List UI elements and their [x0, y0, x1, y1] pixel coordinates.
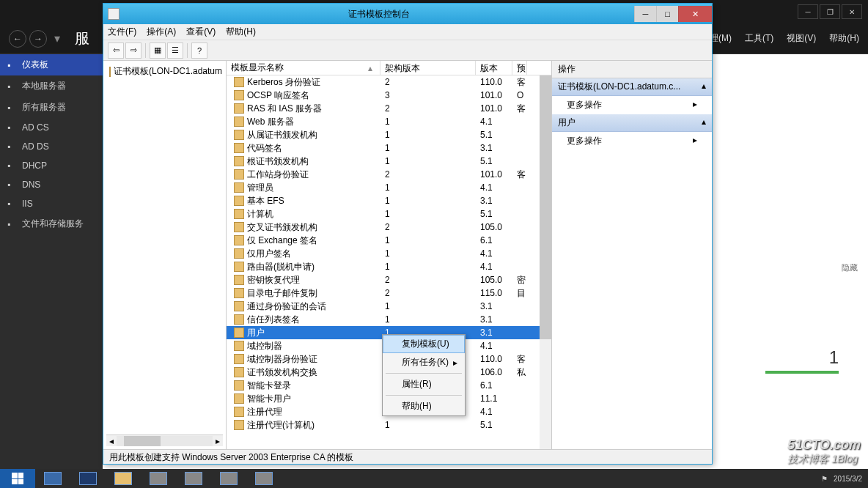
taskbar-explorer[interactable]	[106, 469, 141, 488]
sidebar-item[interactable]: ▪所有服务器	[0, 97, 103, 118]
tree-node-cert-templates[interactable]: 证书模板(LON-DC1.adatum.cc	[106, 64, 223, 79]
tool-folder-icon[interactable]: ▦	[150, 42, 166, 59]
template-arch: 2	[380, 222, 476, 232]
mmc-max-button[interactable]: □	[656, 6, 678, 22]
template-icon	[234, 143, 244, 153]
tool-help-icon[interactable]: ?	[191, 42, 207, 59]
sidebar-item[interactable]: ▪DNS	[0, 175, 103, 194]
sidebar-item[interactable]: ▪IIS	[0, 194, 103, 213]
template-row[interactable]: Kerberos 身份验证2110.0客	[227, 75, 551, 89]
bg-min-button[interactable]: ─	[798, 4, 818, 19]
template-row[interactable]: 信任列表签名13.1	[227, 313, 551, 326]
tray-date: 2015/3/2	[834, 475, 862, 483]
mmc-close-button[interactable]: ✕	[678, 6, 712, 22]
col-arch[interactable]: 架构版本	[380, 61, 476, 75]
system-tray[interactable]: ⚑ 2015/3/2	[815, 469, 868, 488]
template-row[interactable]: 注册代理(计算机)15.1	[227, 418, 551, 432]
template-name: 路由器(脱机申请)	[247, 261, 315, 273]
sidebar-label: DNS	[22, 180, 40, 190]
template-row[interactable]: 根证书颁发机构15.1	[227, 155, 551, 168]
taskbar-app3[interactable]	[211, 469, 246, 488]
template-row[interactable]: 仅用户签名14.1	[227, 247, 551, 260]
ctx-duplicate-template[interactable]: 复制模板(U)	[383, 335, 465, 353]
template-row[interactable]: 交叉证书颁发机构2105.0	[227, 221, 551, 234]
taskbar: ⚑ 2015/3/2	[0, 469, 868, 488]
template-row[interactable]: 密钥恢复代理2105.0密	[227, 273, 551, 286]
sidebar-item[interactable]: ▪文件和存储服务	[0, 213, 103, 234]
template-row[interactable]: 工作站身份验证2101.0客	[227, 168, 551, 181]
template-ver: 6.1	[476, 380, 512, 391]
start-button[interactable]	[0, 469, 35, 488]
taskbar-app1[interactable]	[141, 469, 176, 488]
tree-hscroll[interactable]: ◂ ▸	[106, 435, 223, 446]
template-row[interactable]: 管理员14.1	[227, 181, 551, 194]
list-vscroll[interactable]	[540, 75, 551, 449]
ctx-properties[interactable]: 属性(R)	[383, 375, 465, 393]
template-icon	[234, 275, 244, 285]
actions-section-templates[interactable]: 证书模板(LON-DC1.adatum.c...▴	[552, 78, 712, 96]
sidebar-item[interactable]: ▪仪表板	[0, 54, 103, 75]
bg-menu-help[interactable]: 帮助(H)	[829, 32, 859, 45]
actions-more-1[interactable]: 更多操作▸	[552, 96, 712, 114]
arrow-right-icon: ▸	[693, 99, 697, 111]
hide-label[interactable]: 隐藏	[842, 262, 858, 273]
ctx-all-tasks[interactable]: 所有任务(K)▸	[383, 353, 465, 371]
template-icon	[234, 367, 244, 377]
template-row[interactable]: 计算机15.1	[227, 207, 551, 221]
mmc-menu-view[interactable]: 查看(V)	[186, 26, 216, 38]
template-row[interactable]: 路由器(脱机申请)14.1	[227, 260, 551, 273]
template-arch: 2	[380, 275, 476, 285]
template-name: 目录电子邮件复制	[247, 287, 317, 300]
sidebar-item[interactable]: ▪AD DS	[0, 137, 103, 156]
template-row[interactable]: 从属证书颁发机构15.1	[227, 128, 551, 141]
template-row[interactable]: 仅 Exchange 签名16.1	[227, 234, 551, 247]
bg-menu-tools[interactable]: 工具(T)	[745, 32, 773, 45]
tool-fwd-icon[interactable]: ⇨	[125, 42, 141, 59]
template-ver: 4.1	[476, 248, 512, 259]
template-row[interactable]: RAS 和 IAS 服务器2101.0客	[227, 102, 551, 115]
bg-close-button[interactable]: ✕	[842, 4, 862, 19]
mmc-statusbar: 用此模板创建支持 Windows Server 2003 Enterprise …	[103, 449, 712, 464]
list-header[interactable]: 模板显示名称▴ 架构版本 版本 预	[227, 61, 551, 75]
sidebar-item[interactable]: ▪DHCP	[0, 156, 103, 175]
actions-pane: 操作 证书模板(LON-DC1.adatum.c...▴ 更多操作▸ 用户▴ 更…	[552, 61, 712, 449]
tray-flag-icon[interactable]: ⚑	[821, 475, 828, 483]
sidebar-item[interactable]: ▪本地服务器	[0, 75, 103, 97]
collapse-icon: ▴	[702, 81, 706, 93]
cert-icon	[109, 67, 111, 77]
template-row[interactable]: 基本 EFS13.1	[227, 194, 551, 207]
template-row[interactable]: 目录电子邮件复制2115.0目	[227, 286, 551, 300]
taskbar-app2[interactable]	[176, 469, 211, 488]
mmc-tree[interactable]: 证书模板(LON-DC1.adatum.cc ◂ ▸	[103, 61, 227, 449]
bg-menu-view[interactable]: 视图(V)	[787, 32, 816, 45]
col-name[interactable]: 模板显示名称▴	[227, 61, 380, 75]
mmc-menu-action[interactable]: 操作(A)	[147, 26, 176, 38]
taskbar-app4[interactable]	[246, 469, 282, 488]
template-arch: 1	[380, 209, 476, 219]
mmc-titlebar[interactable]: 证书模板控制台 ─ □ ✕	[103, 4, 712, 24]
template-row[interactable]: OCSP 响应签名3101.0O	[227, 89, 551, 102]
template-icon	[234, 301, 244, 311]
taskbar-server-manager[interactable]	[35, 469, 70, 488]
tool-list-icon[interactable]: ☰	[167, 42, 183, 59]
actions-section-user[interactable]: 用户▴	[552, 114, 712, 132]
bg-max-button[interactable]: ❐	[820, 4, 840, 19]
ctx-help[interactable]: 帮助(H)	[383, 397, 465, 415]
taskbar-powershell[interactable]	[70, 469, 106, 488]
mmc-menu-file[interactable]: 文件(F)	[108, 26, 136, 38]
col-ver[interactable]: 版本	[476, 61, 512, 75]
nav-fwd-icon[interactable]: →	[29, 30, 47, 48]
template-row[interactable]: Web 服务器14.1	[227, 115, 551, 128]
template-row[interactable]: 代码签名13.1	[227, 141, 551, 155]
col-intended[interactable]: 预	[512, 61, 527, 75]
template-row[interactable]: 通过身份验证的会话13.1	[227, 300, 551, 313]
sidebar-item[interactable]: ▪AD CS	[0, 118, 103, 137]
tool-back-icon[interactable]: ⇦	[108, 42, 124, 59]
mmc-menu-help[interactable]: 帮助(H)	[226, 26, 256, 38]
template-name: 注册代理(计算机)	[247, 419, 315, 432]
nav-back-icon[interactable]: ←	[9, 30, 26, 48]
mmc-min-button[interactable]: ─	[634, 6, 656, 22]
template-ver: 101.0	[476, 90, 512, 100]
template-icon	[234, 420, 244, 430]
actions-more-2[interactable]: 更多操作▸	[552, 132, 712, 150]
